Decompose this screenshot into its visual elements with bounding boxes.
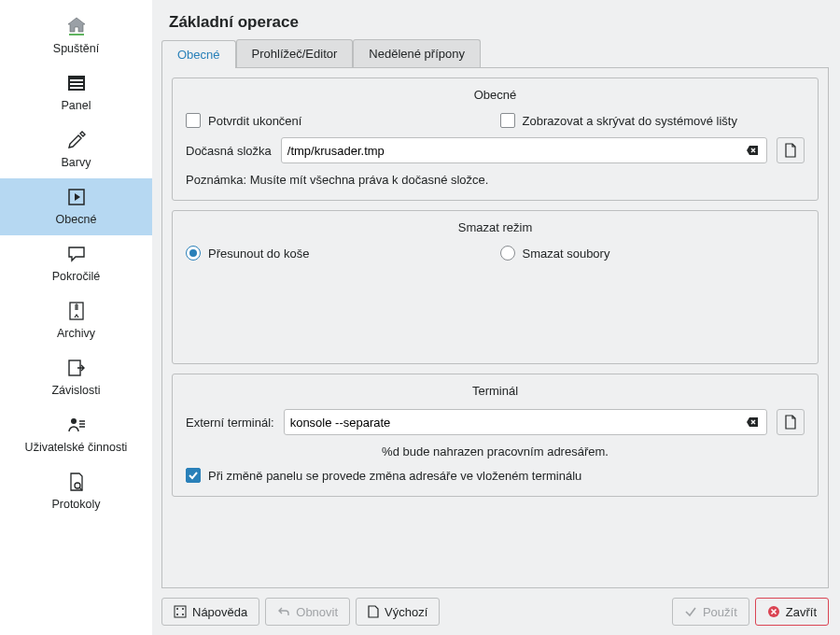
sidebar-item-panel[interactable]: Panel <box>0 64 152 121</box>
help-icon <box>174 605 187 618</box>
sidebar-item-label: Pokročilé <box>52 270 100 283</box>
radio-label: Přesunout do koše <box>208 247 309 261</box>
main-panel: Základní operace Obecné Prohlížeč/Editor… <box>152 0 840 635</box>
user-actions-icon <box>65 414 88 436</box>
sidebar-item-useractions[interactable]: Uživatelské činnosti <box>0 406 152 463</box>
undo-icon <box>277 605 290 618</box>
external-terminal-input[interactable] <box>290 416 744 430</box>
sidebar-item-archives[interactable]: Archivy <box>0 292 152 349</box>
document-icon <box>368 605 379 618</box>
external-terminal-label: Externí terminál: <box>186 416 274 430</box>
svg-rect-1 <box>70 79 83 81</box>
close-button[interactable]: Zavřít <box>755 598 829 626</box>
tab-content: Obecné Potvrdit ukončení Zobrazovat a sk… <box>161 68 829 588</box>
sidebar-item-general[interactable]: Obecné <box>0 178 152 235</box>
checkbox-confirm-exit[interactable]: Potvrdit ukončení <box>186 113 491 128</box>
svg-rect-9 <box>175 606 186 617</box>
clear-icon[interactable] <box>744 414 761 430</box>
radio-icon <box>500 246 515 261</box>
tab-atomic-extensions[interactable]: Nedělené přípony <box>353 39 481 67</box>
close-circle-icon <box>767 605 780 618</box>
sidebar-item-advanced[interactable]: Pokročilé <box>0 235 152 292</box>
group-title: Terminál <box>186 384 805 398</box>
tab-general[interactable]: Obecné <box>161 40 236 68</box>
sidebar-item-label: Panel <box>62 99 91 112</box>
svg-point-13 <box>182 614 184 615</box>
sidebar-item-label: Závislosti <box>51 384 100 397</box>
sidebar-item-label: Obecné <box>56 213 97 226</box>
svg-rect-2 <box>70 83 83 85</box>
archive-icon <box>65 300 88 322</box>
group-general: Obecné Potvrdit ukončení Zobrazovat a sk… <box>172 78 819 201</box>
dropper-icon <box>65 129 88 151</box>
button-label: Nápověda <box>192 605 247 619</box>
svg-point-7 <box>71 418 77 424</box>
defaults-button[interactable]: Výchozí <box>356 598 440 626</box>
external-terminal-input-wrap[interactable] <box>284 409 767 435</box>
temp-folder-label: Dočasná složka <box>186 144 272 158</box>
footer: Nápověda Obnovit Výchozí Použít Zavřít <box>161 598 829 626</box>
browse-terminal-button[interactable] <box>777 409 805 435</box>
radio-move-trash[interactable]: Přesunout do koše <box>186 246 491 261</box>
terminal-hint: %d bude nahrazen pracovním adresářem. <box>186 444 805 459</box>
document-search-icon <box>65 471 88 493</box>
apply-button[interactable]: Použít <box>672 598 749 626</box>
sidebar-item-label: Spuštění <box>53 42 99 55</box>
page-title: Základní operace <box>169 13 829 32</box>
sidebar-item-startup[interactable]: Spuštění <box>0 7 152 64</box>
sidebar-item-label: Uživatelské činnosti <box>25 441 128 454</box>
svg-point-10 <box>176 608 178 610</box>
sidebar-item-colors[interactable]: Barvy <box>0 121 152 178</box>
button-label: Použít <box>703 605 737 619</box>
temp-folder-input-wrap[interactable] <box>281 137 767 163</box>
sidebar-item-label: Barvy <box>62 156 91 169</box>
checkbox-label: Potvrdit ukončení <box>208 114 301 128</box>
group-title: Obecné <box>186 88 805 102</box>
radio-delete-files[interactable]: Smazat soubory <box>500 246 805 261</box>
clear-icon[interactable] <box>744 142 761 159</box>
reset-button[interactable]: Obnovit <box>265 598 350 626</box>
checkbox-show-tray[interactable]: Zobrazovat a skrývat do systémové lišty <box>500 113 805 128</box>
play-box-icon <box>65 186 88 208</box>
sidebar-item-dependencies[interactable]: Závislosti <box>0 349 152 406</box>
group-delete-mode: Smazat režim Přesunout do koše Smazat so… <box>172 210 819 364</box>
temp-folder-note: Poznámka: Musíte mít všechna práva k doč… <box>186 173 805 187</box>
group-title: Smazat režim <box>186 220 805 234</box>
checkbox-icon <box>500 113 515 128</box>
button-label: Zavřít <box>786 605 817 619</box>
document-icon <box>784 143 797 158</box>
radio-icon <box>186 246 201 261</box>
checkbox-icon <box>186 468 201 483</box>
checkbox-icon <box>186 113 201 128</box>
checkbox-follow-panel[interactable]: Při změně panelu se provede změna adresá… <box>186 468 581 483</box>
home-icon <box>65 15 88 37</box>
exit-icon <box>65 357 88 379</box>
svg-rect-3 <box>70 87 83 89</box>
group-terminal: Terminál Externí terminál: %d bude nahra… <box>172 374 819 497</box>
panel-icon <box>65 72 88 94</box>
tab-viewer-editor[interactable]: Prohlížeč/Editor <box>236 39 354 67</box>
tab-bar: Obecné Prohlížeč/Editor Nedělené přípony <box>161 39 829 68</box>
chat-icon <box>65 243 88 265</box>
svg-point-12 <box>176 614 178 615</box>
browse-temp-folder-button[interactable] <box>777 137 805 163</box>
sidebar-item-protocols[interactable]: Protokoly <box>0 463 152 520</box>
help-button[interactable]: Nápověda <box>161 598 259 626</box>
check-icon <box>684 605 697 618</box>
svg-point-11 <box>182 608 184 610</box>
sidebar: Spuštění Panel Barvy Obecné Pokročilé Ar… <box>0 0 152 635</box>
sidebar-item-label: Protokoly <box>51 498 100 511</box>
checkbox-label: Zobrazovat a skrývat do systémové lišty <box>523 114 737 128</box>
temp-folder-input[interactable] <box>287 144 744 158</box>
button-label: Obnovit <box>296 605 338 619</box>
radio-label: Smazat soubory <box>523 247 610 261</box>
checkbox-label: Při změně panelu se provede změna adresá… <box>208 469 581 483</box>
document-icon <box>784 415 797 430</box>
sidebar-item-label: Archivy <box>57 327 95 340</box>
button-label: Výchozí <box>385 605 427 619</box>
